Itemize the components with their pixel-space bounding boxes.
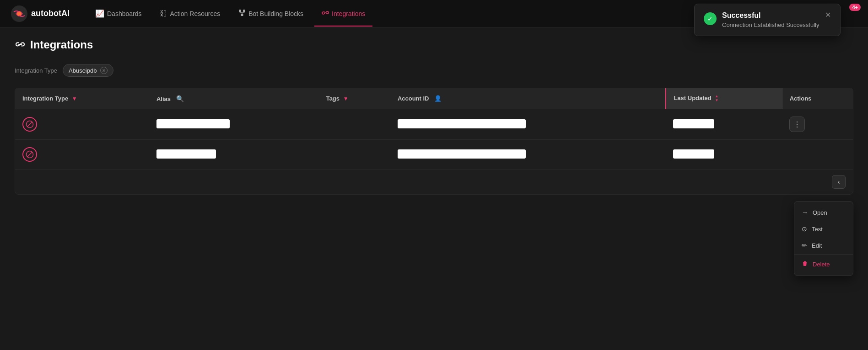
nav-item-dashboards[interactable]: 📈 Dashboards [88, 5, 149, 21]
nav-item-integrations[interactable]: Integrations [314, 5, 372, 22]
logo-area[interactable]: autobotAI [11, 5, 70, 22]
table-header-row: Integration Type ▼ Alias 🔍 Tags ▼ Accoun… [15, 88, 853, 109]
integrations-table: Integration Type ▼ Alias 🔍 Tags ▼ Accoun… [15, 88, 853, 195]
account-id-person-icon: 👤 [434, 95, 442, 102]
dropdown-item-edit[interactable]: ✏ Edit [794, 237, 853, 254]
integrations-icon [322, 9, 329, 18]
th-last-updated[interactable]: Last Updated ▲ ▼ [666, 88, 782, 109]
delete-icon [802, 260, 808, 268]
filter-label: Integration Type [15, 67, 57, 74]
last-updated-redacted-1 [673, 119, 714, 128]
notification-badge[interactable]: 4+ [849, 4, 861, 11]
bot-building-blocks-icon [238, 9, 246, 18]
dropdown-menu: → Open ⊙ Test ✏ Edit Delete [794, 201, 853, 276]
main-content: Integrations Integration Type Abuseipdb … [0, 27, 868, 206]
th-tags: Tags ▼ [319, 88, 390, 109]
page-header-icon [15, 39, 26, 51]
test-icon: ⊙ [802, 225, 807, 233]
td-alias-1 [149, 109, 319, 140]
th-alias: Alias 🔍 [149, 88, 319, 109]
nav-item-action-resources[interactable]: ⛓ Action Resources [152, 6, 227, 21]
td-tags-1 [319, 109, 390, 140]
nav-item-bot-building-blocks[interactable]: Bot Building Blocks [231, 5, 311, 22]
logo-icon [11, 5, 27, 22]
td-actions-1: ⋮ [782, 109, 853, 140]
alias-redacted-2 [156, 149, 216, 159]
svg-rect-4 [241, 14, 243, 16]
more-options-button-1[interactable]: ⋮ [789, 117, 805, 132]
dropdown-item-open[interactable]: → Open [794, 204, 853, 221]
account-id-redacted-1 [398, 119, 526, 128]
toast-message: Connection Established Successfully [722, 21, 819, 28]
edit-icon: ✏ [802, 242, 807, 249]
table-row: ⋮ [15, 109, 853, 140]
dropdown-item-test[interactable]: ⊙ Test [794, 221, 853, 237]
td-integration-type-1 [15, 109, 149, 140]
action-resources-icon: ⛓ [160, 10, 167, 18]
alias-search-icon[interactable]: 🔍 [176, 95, 184, 102]
svg-line-12 [27, 122, 32, 127]
page-header: Integrations [15, 38, 853, 51]
pagination-prev-button[interactable]: ‹ [832, 175, 846, 189]
page-title: Integrations [30, 38, 93, 51]
svg-point-1 [17, 11, 22, 16]
td-integration-type-2 [15, 140, 149, 170]
td-account-id-1 [390, 109, 666, 140]
td-last-updated-2 [666, 140, 782, 170]
filter-chip: Abuseipdb ✕ [63, 64, 113, 77]
td-tags-2 [319, 140, 390, 170]
th-actions: Actions [782, 88, 853, 109]
integration-type-icon-2 [22, 147, 37, 162]
last-updated-redacted-2 [673, 149, 714, 159]
table-row [15, 140, 853, 170]
tags-filter-icon[interactable]: ▼ [343, 95, 349, 102]
td-actions-2 [782, 140, 853, 170]
filter-bar: Integration Type Abuseipdb ✕ [15, 64, 853, 77]
th-account-id: Account ID 👤 [390, 88, 666, 109]
toast-title: Successful [722, 11, 819, 20]
filter-chip-close-button[interactable]: ✕ [100, 67, 108, 74]
integration-type-icon-1 [22, 117, 37, 132]
dropdown-item-delete[interactable]: Delete [794, 256, 853, 273]
app-name: autobotAI [31, 9, 70, 18]
filter-chip-value: Abuseipdb [69, 67, 97, 74]
svg-rect-3 [243, 10, 245, 12]
open-icon: → [802, 209, 808, 216]
alias-redacted-1 [156, 119, 230, 128]
integration-type-filter-icon[interactable]: ▼ [72, 95, 77, 102]
td-account-id-2 [390, 140, 666, 170]
dashboards-icon: 📈 [95, 9, 104, 18]
svg-rect-2 [239, 10, 241, 12]
last-updated-sort-arrows: ▲ ▼ [715, 95, 718, 102]
pagination-area: ‹ [15, 170, 853, 194]
td-alias-2 [149, 140, 319, 170]
th-integration-type: Integration Type ▼ [15, 88, 149, 109]
toast-content: Successful Connection Established Succes… [722, 11, 819, 28]
success-toast: ✓ Successful Connection Established Succ… [694, 4, 841, 36]
td-last-updated-1 [666, 109, 782, 140]
svg-line-14 [27, 152, 32, 157]
account-id-redacted-2 [398, 149, 526, 159]
toast-close-button[interactable]: ✕ [825, 11, 831, 19]
dropdown-divider [794, 255, 853, 255]
toast-success-icon: ✓ [704, 12, 717, 25]
